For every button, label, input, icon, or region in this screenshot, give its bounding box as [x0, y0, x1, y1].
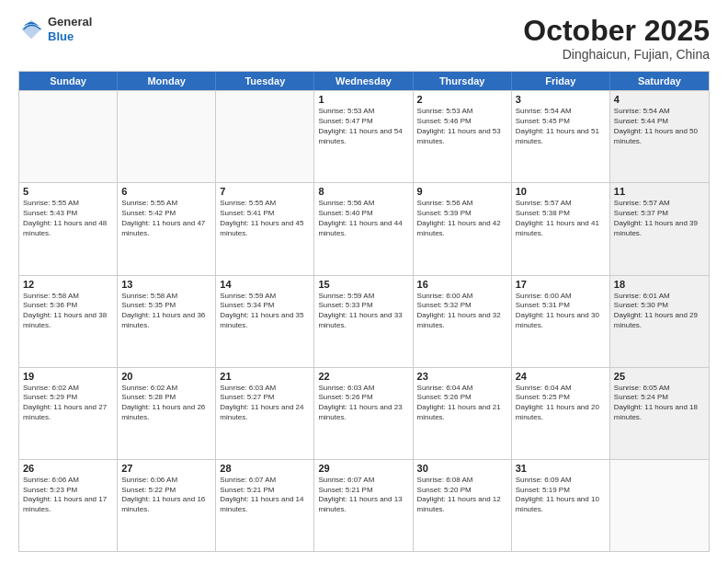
logo-blue: Blue: [48, 29, 92, 44]
cal-cell-3-3: 22Sunrise: 6:03 AM Sunset: 5:26 PM Dayli…: [314, 368, 413, 459]
day-number: 23: [417, 371, 507, 382]
cal-cell-1-2: 7Sunrise: 5:55 AM Sunset: 5:41 PM Daylig…: [216, 183, 314, 274]
cell-info: Sunrise: 6:09 AM Sunset: 5:19 PM Dayligh…: [516, 476, 606, 515]
cal-cell-0-2: [216, 91, 314, 182]
cal-cell-4-0: 26Sunrise: 6:06 AM Sunset: 5:23 PM Dayli…: [19, 460, 118, 551]
day-number: 12: [23, 279, 113, 290]
cal-cell-3-6: 25Sunrise: 6:05 AM Sunset: 5:24 PM Dayli…: [610, 368, 709, 459]
cal-cell-3-1: 20Sunrise: 6:02 AM Sunset: 5:28 PM Dayli…: [118, 368, 216, 459]
day-number: 10: [516, 186, 606, 197]
day-number: 6: [121, 186, 211, 197]
cal-cell-1-0: 5Sunrise: 5:55 AM Sunset: 5:43 PM Daylig…: [19, 183, 118, 274]
cell-info: Sunrise: 5:58 AM Sunset: 5:35 PM Dayligh…: [121, 292, 211, 331]
day-number: 24: [516, 371, 606, 382]
cal-cell-3-0: 19Sunrise: 6:02 AM Sunset: 5:29 PM Dayli…: [19, 368, 118, 459]
cal-cell-2-2: 14Sunrise: 5:59 AM Sunset: 5:34 PM Dayli…: [216, 276, 314, 367]
cal-cell-4-4: 30Sunrise: 6:08 AM Sunset: 5:20 PM Dayli…: [414, 460, 512, 551]
cal-cell-2-5: 17Sunrise: 6:00 AM Sunset: 5:31 PM Dayli…: [512, 276, 610, 367]
day-number: 21: [220, 371, 310, 382]
calendar-body: 1Sunrise: 5:53 AM Sunset: 5:47 PM Daylig…: [19, 90, 709, 551]
cal-cell-1-4: 9Sunrise: 5:56 AM Sunset: 5:39 PM Daylig…: [414, 183, 512, 274]
cell-info: Sunrise: 6:06 AM Sunset: 5:22 PM Dayligh…: [121, 476, 211, 515]
cell-info: Sunrise: 6:00 AM Sunset: 5:32 PM Dayligh…: [417, 292, 507, 331]
day-number: 5: [23, 186, 113, 197]
cell-info: Sunrise: 6:00 AM Sunset: 5:31 PM Dayligh…: [516, 292, 606, 331]
day-number: 15: [318, 279, 408, 290]
cell-info: Sunrise: 5:57 AM Sunset: 5:37 PM Dayligh…: [614, 199, 705, 238]
day-number: 28: [220, 463, 310, 474]
day-number: 9: [417, 186, 507, 197]
cal-cell-2-1: 13Sunrise: 5:58 AM Sunset: 5:35 PM Dayli…: [118, 276, 216, 367]
page: General Blue October 2025 Dinghaicun, Fu…: [0, 0, 728, 563]
cell-info: Sunrise: 5:58 AM Sunset: 5:36 PM Dayligh…: [23, 292, 113, 331]
calendar-row-3: 19Sunrise: 6:02 AM Sunset: 5:29 PM Dayli…: [19, 367, 709, 459]
day-number: 3: [516, 94, 606, 105]
day-number: 2: [417, 94, 507, 105]
cal-cell-4-3: 29Sunrise: 6:07 AM Sunset: 5:21 PM Dayli…: [314, 460, 413, 551]
cal-cell-4-6: [610, 460, 709, 551]
cal-cell-3-5: 24Sunrise: 6:04 AM Sunset: 5:25 PM Dayli…: [512, 368, 610, 459]
cell-info: Sunrise: 6:06 AM Sunset: 5:23 PM Dayligh…: [23, 476, 113, 515]
calendar-row-4: 26Sunrise: 6:06 AM Sunset: 5:23 PM Dayli…: [19, 459, 709, 551]
day-number: 4: [614, 94, 705, 105]
day-number: 1: [318, 94, 408, 105]
cell-info: Sunrise: 5:54 AM Sunset: 5:45 PM Dayligh…: [516, 107, 606, 146]
cell-info: Sunrise: 5:55 AM Sunset: 5:42 PM Dayligh…: [121, 199, 211, 238]
day-number: 27: [121, 463, 211, 474]
cal-cell-0-4: 2Sunrise: 5:53 AM Sunset: 5:46 PM Daylig…: [414, 91, 512, 182]
header-day-thursday: Thursday: [414, 72, 512, 90]
cal-cell-4-2: 28Sunrise: 6:07 AM Sunset: 5:21 PM Dayli…: [216, 460, 314, 551]
logo-text: General Blue: [48, 15, 92, 43]
cell-info: Sunrise: 5:55 AM Sunset: 5:43 PM Dayligh…: [23, 199, 113, 238]
cell-info: Sunrise: 6:05 AM Sunset: 5:24 PM Dayligh…: [614, 384, 705, 423]
cell-info: Sunrise: 5:56 AM Sunset: 5:39 PM Dayligh…: [417, 199, 507, 238]
cal-cell-0-1: [118, 91, 216, 182]
day-number: 14: [220, 279, 310, 290]
day-number: 31: [516, 463, 606, 474]
cell-info: Sunrise: 6:03 AM Sunset: 5:27 PM Dayligh…: [220, 384, 310, 423]
cal-cell-1-1: 6Sunrise: 5:55 AM Sunset: 5:42 PM Daylig…: [118, 183, 216, 274]
cell-info: Sunrise: 6:03 AM Sunset: 5:26 PM Dayligh…: [318, 384, 408, 423]
header: General Blue October 2025 Dinghaicun, Fu…: [18, 15, 710, 62]
day-number: 29: [318, 463, 408, 474]
cell-info: Sunrise: 5:56 AM Sunset: 5:40 PM Dayligh…: [318, 199, 408, 238]
cell-info: Sunrise: 6:02 AM Sunset: 5:28 PM Dayligh…: [121, 384, 211, 423]
cell-info: Sunrise: 6:07 AM Sunset: 5:21 PM Dayligh…: [318, 476, 408, 515]
cal-cell-1-5: 10Sunrise: 5:57 AM Sunset: 5:38 PM Dayli…: [512, 183, 610, 274]
day-number: 13: [121, 279, 211, 290]
header-day-monday: Monday: [118, 72, 216, 90]
day-number: 11: [614, 186, 705, 197]
cell-info: Sunrise: 5:54 AM Sunset: 5:44 PM Dayligh…: [614, 107, 705, 146]
cell-info: Sunrise: 6:01 AM Sunset: 5:30 PM Dayligh…: [614, 292, 705, 331]
calendar-row-1: 5Sunrise: 5:55 AM Sunset: 5:43 PM Daylig…: [19, 182, 709, 274]
header-day-saturday: Saturday: [610, 72, 709, 90]
cal-cell-2-0: 12Sunrise: 5:58 AM Sunset: 5:36 PM Dayli…: [19, 276, 118, 367]
cal-cell-3-4: 23Sunrise: 6:04 AM Sunset: 5:26 PM Dayli…: [414, 368, 512, 459]
logo-general: General: [48, 15, 92, 29]
cal-cell-0-3: 1Sunrise: 5:53 AM Sunset: 5:47 PM Daylig…: [314, 91, 413, 182]
cell-info: Sunrise: 5:53 AM Sunset: 5:46 PM Dayligh…: [417, 107, 507, 146]
cell-info: Sunrise: 6:02 AM Sunset: 5:29 PM Dayligh…: [23, 384, 113, 423]
cell-info: Sunrise: 5:59 AM Sunset: 5:33 PM Dayligh…: [318, 292, 408, 331]
cal-cell-2-6: 18Sunrise: 6:01 AM Sunset: 5:30 PM Dayli…: [610, 276, 709, 367]
day-number: 8: [318, 186, 408, 197]
cell-info: Sunrise: 5:53 AM Sunset: 5:47 PM Dayligh…: [318, 107, 408, 146]
cell-info: Sunrise: 6:07 AM Sunset: 5:21 PM Dayligh…: [220, 476, 310, 515]
cal-cell-3-2: 21Sunrise: 6:03 AM Sunset: 5:27 PM Dayli…: [216, 368, 314, 459]
logo: General Blue: [18, 15, 92, 43]
cal-cell-1-3: 8Sunrise: 5:56 AM Sunset: 5:40 PM Daylig…: [314, 183, 413, 274]
day-number: 17: [516, 279, 606, 290]
day-number: 16: [417, 279, 507, 290]
cal-cell-4-5: 31Sunrise: 6:09 AM Sunset: 5:19 PM Dayli…: [512, 460, 610, 551]
day-number: 25: [614, 371, 705, 382]
month-title: October 2025: [523, 15, 710, 47]
calendar: SundayMondayTuesdayWednesdayThursdayFrid…: [18, 71, 710, 552]
cell-info: Sunrise: 6:04 AM Sunset: 5:25 PM Dayligh…: [516, 384, 606, 423]
cal-cell-2-4: 16Sunrise: 6:00 AM Sunset: 5:32 PM Dayli…: [414, 276, 512, 367]
day-number: 19: [23, 371, 113, 382]
cal-cell-2-3: 15Sunrise: 5:59 AM Sunset: 5:33 PM Dayli…: [314, 276, 413, 367]
cal-cell-0-5: 3Sunrise: 5:54 AM Sunset: 5:45 PM Daylig…: [512, 91, 610, 182]
day-number: 26: [23, 463, 113, 474]
cal-cell-1-6: 11Sunrise: 5:57 AM Sunset: 5:37 PM Dayli…: [610, 183, 709, 274]
cell-info: Sunrise: 5:55 AM Sunset: 5:41 PM Dayligh…: [220, 199, 310, 238]
